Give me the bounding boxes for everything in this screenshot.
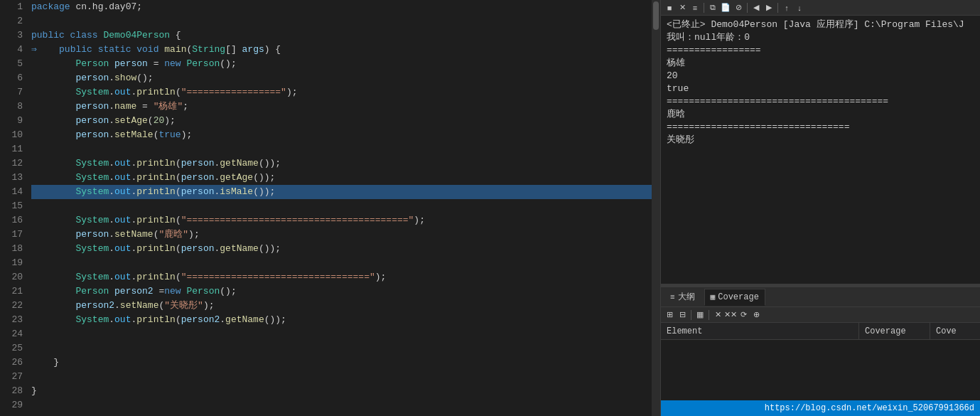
col-cove-header: Cove — [930, 323, 980, 339]
console-title: <已终止> Demo04Person [Java 应用程序] C:\Progra… — [667, 18, 974, 31]
code-line-3: public class Demo04Person { — [31, 28, 652, 43]
console-line: ================= — [667, 44, 974, 57]
menu-btn[interactable]: ≡ — [689, 2, 701, 14]
code-line-6: person.show(); — [31, 71, 652, 85]
code-line-13: System.out.println(person.getAge()); — [31, 171, 652, 185]
line-number-14: 14 — [0, 185, 23, 199]
code-line-24 — [31, 327, 652, 341]
bottom-sep-2 — [709, 310, 709, 320]
toolbar-sep-1 — [704, 3, 704, 13]
toolbar-sep-3 — [777, 3, 778, 13]
export-btn[interactable]: ⊕ — [750, 309, 762, 321]
refresh-btn[interactable]: ⟳ — [738, 309, 749, 321]
line-number-20: 20 — [0, 270, 23, 284]
line-number-2: 2 — [0, 14, 23, 28]
line-number-15: 15 — [0, 199, 23, 213]
code-line-21: Person person2 =new Person(); — [31, 284, 652, 299]
bottom-toolbar: ⊞ ⊟ ▦ ✕ ✕✕ ⟳ ⊕ — [661, 307, 980, 323]
code-line-7: System.out.println("================="); — [31, 85, 652, 100]
code-line-8: person.name = "杨雄"; — [31, 100, 652, 114]
line-number-24: 24 — [0, 327, 23, 341]
line-number-11: 11 — [0, 142, 23, 156]
line-number-26: 26 — [0, 356, 23, 370]
stop-btn[interactable]: ■ — [664, 2, 675, 14]
down-btn[interactable]: ↓ — [794, 2, 805, 14]
editor-scrollbar[interactable] — [652, 0, 660, 416]
coverage-col-label: Coverage — [865, 326, 906, 336]
remove-btn[interactable]: ✕ — [712, 309, 723, 321]
line-number-6: 6 — [0, 71, 23, 85]
collapse-btn[interactable]: ⊟ — [677, 309, 688, 321]
tab-outline[interactable]: ≡ 大纲 — [664, 289, 701, 306]
clear-btn[interactable]: ⊘ — [733, 2, 744, 14]
code-line-9: person.setAge(20); — [31, 114, 652, 128]
line-numbers: 1234567891011121314151617181920212223242… — [0, 0, 28, 416]
code-line-28: } — [31, 384, 652, 398]
tab-outline-label: 大纲 — [678, 291, 695, 303]
editor-with-scrollbar: 1234567891011121314151617181920212223242… — [0, 0, 660, 416]
scrollbar-thumb[interactable] — [653, 1, 659, 30]
copy-btn[interactable]: ⧉ — [707, 2, 718, 14]
line-number-22: 22 — [0, 299, 23, 313]
code-line-27 — [31, 370, 652, 384]
code-line-17: person.setName("鹿晗"); — [31, 228, 652, 242]
expand-btn[interactable]: ⊞ — [664, 309, 675, 321]
code-line-14: System.out.println(person.isMale()); — [31, 185, 652, 199]
editor-panel: 1234567891011121314151617181920212223242… — [0, 0, 661, 416]
code-line-26: } — [31, 356, 652, 370]
status-url: https://blog.csdn.net/weixin_52067991366… — [765, 403, 974, 413]
code-line-25 — [31, 341, 652, 356]
code-line-22: person2.setName("关晓彤"); — [31, 299, 652, 313]
coverage-icon: ▦ — [711, 292, 716, 302]
bottom-tabs: ≡ 大纲 ▦ Coverage — [661, 287, 980, 307]
tab-coverage-label: Coverage — [718, 292, 759, 302]
up-btn[interactable]: ↑ — [781, 2, 792, 14]
line-number-7: 7 — [0, 85, 23, 100]
console-line: true — [667, 82, 974, 95]
console-toolbar: ■ ✕ ≡ ⧉ 📄 ⊘ ◀ ▶ ↑ ↓ — [661, 0, 980, 16]
outline-icon: ≡ — [670, 293, 675, 302]
code-line-2 — [31, 14, 652, 28]
line-number-17: 17 — [0, 228, 23, 242]
code-line-1: package cn.hg.day07; — [31, 0, 652, 14]
console-line: 鹿晗 — [667, 108, 974, 121]
line-number-13: 13 — [0, 171, 23, 185]
prev-btn[interactable]: ◀ — [750, 2, 762, 14]
line-number-18: 18 — [0, 242, 23, 256]
status-bar: https://blog.csdn.net/weixin_52067991366… — [661, 400, 980, 416]
tab-coverage[interactable]: ▦ Coverage — [704, 289, 765, 306]
line-number-21: 21 — [0, 284, 23, 299]
paste-btn[interactable]: 📄 — [720, 2, 731, 14]
col-coverage-header: Coverage — [859, 323, 930, 339]
line-number-28: 28 — [0, 384, 23, 398]
line-number-4: 4 — [0, 43, 23, 57]
code-line-20: System.out.println("====================… — [31, 270, 652, 284]
line-number-1: 1 — [0, 0, 23, 14]
line-number-19: 19 — [0, 256, 23, 270]
element-col-label: Element — [667, 326, 702, 336]
line-number-9: 9 — [0, 114, 23, 128]
console-line: ================================= — [667, 121, 974, 134]
remove-all-btn[interactable]: ✕✕ — [725, 309, 736, 321]
code-line-12: System.out.println(person.getName()); — [31, 156, 652, 171]
toolbar-sep-2 — [747, 3, 748, 13]
line-number-25: 25 — [0, 341, 23, 356]
code-line-23: System.out.println(person2.getName()); — [31, 313, 652, 327]
code-line-11 — [31, 142, 652, 156]
coverage-view-btn[interactable]: ▦ — [694, 309, 706, 321]
right-panel: ■ ✕ ≡ ⧉ 📄 ⊘ ◀ ▶ ↑ ↓ <已终止> Demo04Person [… — [661, 0, 980, 416]
console-line: 关晓彤 — [667, 134, 974, 146]
close-btn[interactable]: ✕ — [677, 2, 688, 14]
line-number-12: 12 — [0, 156, 23, 171]
main-container: 1234567891011121314151617181920212223242… — [0, 0, 980, 416]
console-line: 杨雄 — [667, 57, 974, 70]
console-lines: 我叫：null年龄：0=================杨雄20true====… — [667, 31, 974, 146]
code-content: package cn.hg.day07; public class Demo04… — [28, 0, 652, 416]
next-btn[interactable]: ▶ — [763, 2, 775, 14]
console-line: 20 — [667, 70, 974, 82]
coverage-table: Element Coverage Cove — [661, 323, 980, 400]
col-element-header: Element — [661, 323, 859, 339]
line-number-16: 16 — [0, 213, 23, 228]
code-line-15 — [31, 199, 652, 213]
code-line-5: Person person = new Person(); — [31, 57, 652, 71]
